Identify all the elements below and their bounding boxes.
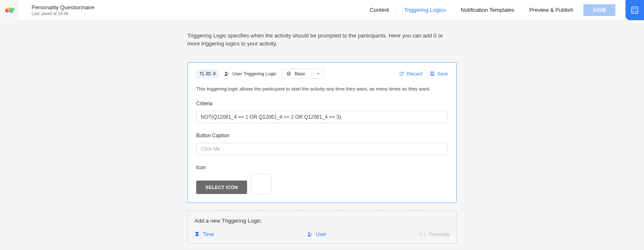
select-icon-button[interactable]: SELECT ICON bbox=[196, 181, 247, 194]
add-proximity-option: Proximity bbox=[420, 231, 450, 237]
discard-icon bbox=[399, 71, 404, 76]
separator bbox=[311, 71, 311, 77]
svg-point-15 bbox=[309, 232, 310, 234]
tl-type-label: User Triggering Logic bbox=[232, 71, 277, 76]
globe-icon bbox=[286, 71, 291, 76]
app-logo bbox=[0, 0, 19, 20]
add-options: Time User Proximity bbox=[194, 231, 450, 237]
svg-point-3 bbox=[11, 8, 14, 11]
svg-rect-13 bbox=[431, 72, 433, 73]
button-caption-label: Button Caption bbox=[196, 133, 448, 138]
discard-button[interactable]: Discard bbox=[399, 71, 422, 76]
svg-rect-7 bbox=[633, 11, 634, 12]
chevron-right-icon: › bbox=[396, 8, 397, 13]
chevron-down-icon[interactable]: ▾ bbox=[316, 72, 321, 76]
button-caption-input[interactable] bbox=[196, 143, 448, 155]
base-selector[interactable]: Base ▾ bbox=[282, 69, 324, 79]
tl-id-chip: TL ID: 0 bbox=[196, 69, 219, 78]
save-button[interactable]: SAVE bbox=[583, 4, 615, 16]
save-card-button[interactable]: Save bbox=[430, 71, 448, 76]
svg-point-9 bbox=[225, 72, 227, 73]
checklist-icon bbox=[631, 6, 639, 14]
chevron-right-icon: › bbox=[452, 8, 454, 13]
chevron-right-icon: › bbox=[521, 8, 523, 13]
tl-type-chip: User Triggering Logic bbox=[222, 70, 278, 77]
top-bar: Personality Questionnaire Last saved at … bbox=[0, 0, 644, 20]
nav-notification-templates[interactable]: Notification Templates bbox=[461, 7, 514, 13]
card-header: TL ID: 0 User Triggering Logic Base ▾ bbox=[196, 69, 448, 79]
nav-triggering-logics[interactable]: Triggering Logics bbox=[404, 7, 446, 13]
last-saved-text: Last saved at 14:44 bbox=[32, 11, 94, 16]
icon-row: SELECT ICON bbox=[196, 174, 448, 194]
criteria-label: Criteria bbox=[196, 101, 448, 106]
nav-content[interactable]: Content bbox=[370, 7, 389, 13]
card-description: This triggering logic allows the partici… bbox=[196, 86, 448, 91]
svg-rect-14 bbox=[431, 74, 433, 75]
nav-preview-publish[interactable]: Preview & Publish bbox=[529, 7, 573, 13]
add-user-option[interactable]: User bbox=[307, 231, 326, 237]
icon-preview bbox=[251, 174, 271, 194]
page-title: Personality Questionnaire bbox=[32, 4, 94, 11]
user-icon bbox=[224, 71, 229, 76]
base-label: Base bbox=[295, 71, 305, 76]
svg-rect-4 bbox=[632, 7, 638, 13]
side-panel-toggle[interactable] bbox=[625, 0, 644, 20]
svg-point-16 bbox=[422, 234, 423, 235]
icon-label: Icon bbox=[196, 165, 448, 170]
hourglass-icon bbox=[194, 231, 200, 237]
add-time-option[interactable]: Time bbox=[194, 231, 214, 237]
app-logo-icon bbox=[5, 6, 15, 14]
card-actions: Discard Save bbox=[399, 71, 448, 76]
main-nav: Content › Triggering Logics › Notificati… bbox=[370, 4, 615, 16]
add-triggering-logic-panel: Add a new Triggering Logic: Time User bbox=[187, 210, 457, 244]
criteria-input[interactable] bbox=[196, 111, 448, 123]
user-icon bbox=[307, 231, 312, 237]
save-icon bbox=[430, 71, 435, 76]
intro-text: Triggering Logic specifies when the acti… bbox=[187, 32, 457, 48]
triggering-logic-card: TL ID: 0 User Triggering Logic Base ▾ bbox=[187, 62, 457, 203]
proximity-icon bbox=[420, 232, 426, 237]
svg-rect-5 bbox=[633, 8, 634, 9]
add-panel-title: Add a new Triggering Logic: bbox=[194, 218, 450, 224]
title-block: Personality Questionnaire Last saved at … bbox=[32, 4, 94, 16]
main-content: Triggering Logic specifies when the acti… bbox=[187, 20, 457, 244]
